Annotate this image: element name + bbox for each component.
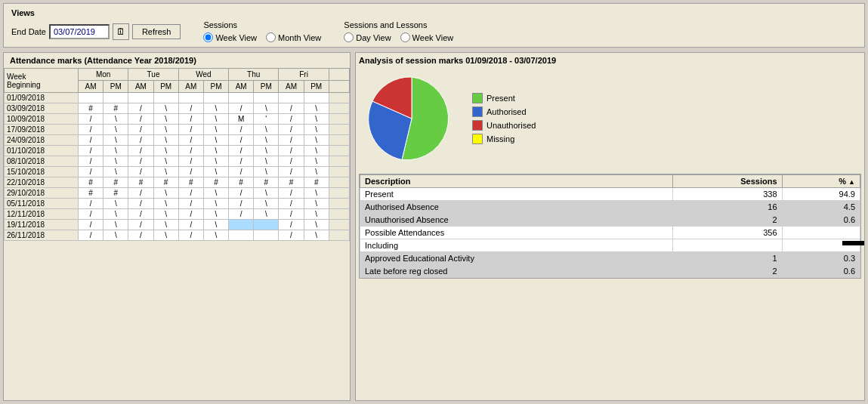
calendar-button[interactable]: 🗓 [113,23,129,40]
empty-cell [329,199,349,209]
table-row: 24/09/2018/\/\/\/\/\ [5,135,350,146]
table-row: 17/09/2018/\/\/\/\/\ [5,125,350,135]
week-view-lessons-radio[interactable] [400,32,410,42]
stats-row: Approved Educational Activity10.3 [360,252,860,265]
empty-cell [329,135,349,146]
empty-cell [329,156,349,167]
attendance-cell: / [279,156,304,167]
attendance-cell: M [229,114,254,125]
attendance-cell: / [279,114,304,125]
attendance-cell: \ [254,199,279,209]
attendance-cell: \ [304,146,329,156]
week-view-option[interactable]: Week View [203,32,257,42]
week-view-label: Week View [215,33,257,42]
stats-row: Authorised Absence164.5 [360,201,860,214]
stats-sessions: 2 [672,214,782,227]
views-panel: Views End Date 🗓 Refresh Sessions Week V… [3,3,865,48]
empty-cell [329,114,349,125]
day-view-radio[interactable] [344,32,354,42]
fri-am: AM [279,81,304,93]
scroll-spacer2 [329,81,349,93]
stats-table-wrapper[interactable]: Description Sessions % ▲ Present33894.9A… [359,174,861,279]
attendance-cell: \ [203,209,228,220]
attendance-cell: / [229,135,254,146]
missing-label: Missing [487,134,514,143]
table-row: 22/10/2018########## [5,177,350,188]
attendance-cell: \ [103,230,128,241]
attendance-cell: / [178,125,203,135]
wed-header: Wed [178,69,228,81]
attendance-cell: / [178,135,203,146]
sessions-group: Sessions Week View Month View [203,20,321,42]
attendance-cell: \ [254,125,279,135]
content-area: Attendance marks (Attendance Year 2018/2… [3,52,865,401]
week-cell: 10/09/2018 [5,114,79,125]
attendance-cell [229,220,254,230]
attendance-cell: \ [203,156,228,167]
attendance-cell: \ [103,167,128,177]
attendance-cell: / [279,125,304,135]
sessions-group-title: Sessions [203,20,321,29]
week-cell: 15/10/2018 [5,167,79,177]
attendance-cell: \ [103,209,128,220]
attendance-cell: / [279,167,304,177]
empty-cell [329,146,349,156]
attendance-cell: / [178,114,203,125]
attendance-cell: / [279,199,304,209]
stats-row: Present33894.9 [360,188,860,201]
attendance-cell: # [153,177,178,188]
attendance-cell: \ [304,220,329,230]
week-cell: 29/10/2018 [5,188,79,199]
refresh-button[interactable]: Refresh [132,24,181,39]
week-view-lessons-option[interactable]: Week View [400,32,454,42]
month-view-option[interactable]: Month View [266,32,321,42]
stats-pct: 0.6 [782,265,860,278]
attendance-cell: / [279,135,304,146]
attendance-cell: # [203,177,228,188]
attendance-cell: \ [254,209,279,220]
attendance-cell [79,93,103,103]
analysis-title: Analysis of session marks 01/09/2018 - 0… [359,56,861,65]
legend-unauthorised: Unauthorised [472,120,536,131]
attendance-cell [103,93,128,103]
attendance-cell: / [79,220,103,230]
desc-header: Description [360,175,673,188]
stats-desc: Authorised Absence [360,201,673,214]
week-beginning-header: WeekBeginning [5,69,79,93]
attendance-cell: \ [304,103,329,114]
tue-am: AM [128,81,153,93]
stats-row: Including [360,239,860,252]
stats-row: Late before reg closed20.6 [360,265,860,278]
week-cell: 01/10/2018 [5,146,79,156]
end-date-input[interactable] [49,24,110,39]
attendance-cell [254,220,279,230]
empty-cell [329,220,349,230]
attendance-panel: Attendance marks (Attendance Year 2018/2… [3,52,351,401]
attendance-title: Attendance marks (Attendance Year 2018/2… [4,53,350,68]
attendance-cell: / [279,188,304,199]
fri-header: Fri [279,69,329,81]
attendance-cell: / [178,209,203,220]
attendance-cell: / [178,167,203,177]
attendance-cell: \ [153,125,178,135]
attendance-cell: \ [153,220,178,230]
attendance-cell: \ [103,146,128,156]
mon-pm: PM [103,81,128,93]
attendance-cell: / [128,188,153,199]
legend-missing: Missing [472,134,536,144]
wed-am: AM [178,81,203,93]
attendance-cell: / [229,199,254,209]
present-label: Present [487,94,515,103]
stats-desc: Including [360,239,673,252]
stats-sessions: 356 [672,227,782,239]
attendance-cell: / [128,103,153,114]
sessions-radio-row: Week View Month View [203,32,321,42]
week-view-radio[interactable] [203,32,213,42]
attendance-cell: ' [254,114,279,125]
attendance-table-container[interactable]: WeekBeginning Mon Tue Wed Thu Fri AMPM A… [4,68,350,400]
week-cell: 22/10/2018 [5,177,79,188]
day-view-option[interactable]: Day View [344,32,391,42]
attendance-cell: \ [103,199,128,209]
week-cell: 12/11/2018 [5,209,79,220]
month-view-radio[interactable] [266,32,276,42]
